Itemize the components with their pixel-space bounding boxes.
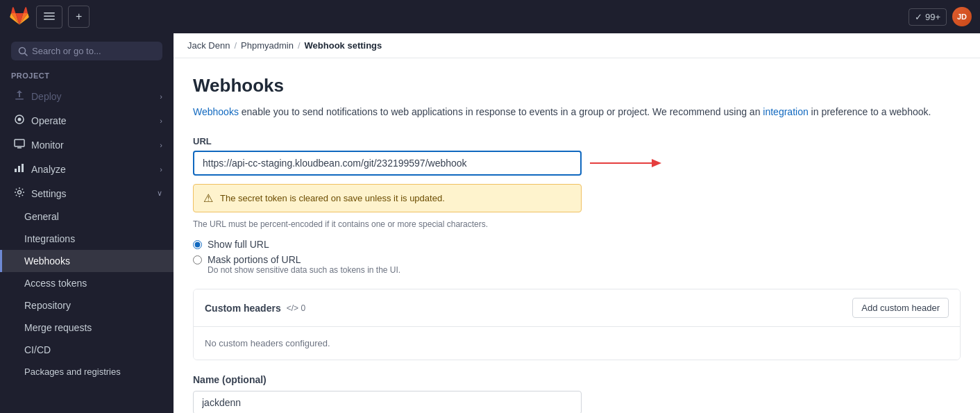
svg-marker-14: [652, 159, 661, 167]
breadcrumb-current: Webhook settings: [305, 40, 382, 51]
chevron-right-icon: ›: [160, 117, 162, 125]
custom-headers-title-row: Custom headers </> 0 Add custom header: [194, 289, 960, 326]
sidebar-item-general[interactable]: General: [0, 205, 174, 228]
sidebar-item-label: Webhooks: [24, 255, 70, 267]
sidebar-item-integrations[interactable]: Integrations: [0, 228, 174, 250]
chevron-down-icon: ∨: [157, 189, 162, 198]
sidebar-item-label: Repository: [24, 300, 71, 311]
sidebar-item-repository[interactable]: Repository: [0, 294, 174, 317]
deploy-icon: [13, 90, 26, 103]
breadcrumb: Jack Denn / Phpmyadmin / Webhook setting…: [174, 33, 980, 58]
operate-icon: [13, 114, 26, 127]
svg-line-4: [25, 53, 28, 56]
svg-rect-0: [44, 12, 55, 14]
top-navigation: + ✓ 99+ JD: [0, 0, 980, 33]
notifications-button[interactable]: ✓ 99+: [909, 8, 947, 26]
monitor-icon: [13, 138, 26, 151]
name-label: Name (optional): [193, 374, 961, 385]
show-full-url-radio[interactable]: [193, 240, 202, 249]
svg-rect-10: [15, 169, 17, 172]
breadcrumb-project: Phpmyadmin: [241, 40, 294, 51]
sidebar-item-label: CI/CD: [24, 344, 51, 355]
custom-headers-section: Custom headers </> 0 Add custom header N…: [193, 289, 961, 360]
new-item-button[interactable]: +: [68, 6, 90, 28]
sidebar-item-operate[interactable]: Operate ›: [0, 108, 174, 133]
url-input[interactable]: [193, 151, 582, 176]
svg-rect-2: [44, 19, 55, 20]
sidebar-item-label: Merge requests: [24, 322, 92, 333]
sidebar-item-packages-registries[interactable]: Packages and registries: [0, 361, 174, 382]
page-title: Webhooks: [193, 75, 961, 96]
page-description: Webhooks enable you to send notification…: [193, 105, 961, 119]
svg-rect-8: [15, 140, 24, 146]
sidebar-item-access-tokens[interactable]: Access tokens: [0, 272, 174, 294]
arrow-head-icon: [652, 157, 661, 169]
mask-url-radio[interactable]: [193, 255, 202, 264]
search-bar[interactable]: Search or go to...: [11, 42, 162, 60]
sidebar-item-label: Packages and registries: [24, 366, 121, 377]
settings-icon: [13, 187, 26, 200]
name-section: Name (optional): [193, 374, 961, 413]
arrow-indicator: [590, 157, 661, 169]
user-avatar[interactable]: JD: [952, 7, 972, 26]
show-full-url-label[interactable]: Show full URL: [208, 239, 269, 250]
sidebar-item-label: Settings: [31, 188, 67, 199]
gitlab-logo: [8, 6, 31, 28]
show-full-url-option: Show full URL: [193, 239, 961, 250]
analyze-icon: [13, 162, 26, 176]
sidebar-toggle-icon: [44, 10, 55, 24]
sidebar: Search or go to... Project Deploy › Oper…: [0, 33, 174, 413]
notification-count: 99+: [925, 12, 940, 22]
sidebar-item-label: Analyze: [31, 164, 66, 175]
sidebar-item-label: Integrations: [24, 233, 75, 244]
sidebar-toggle-button[interactable]: [36, 6, 62, 28]
sidebar-item-label: Deploy: [31, 91, 62, 102]
sidebar-item-label: General: [24, 211, 59, 222]
plus-icon: +: [76, 10, 82, 23]
chevron-right-icon: ›: [160, 165, 162, 174]
custom-headers-title: Custom headers </> 0: [205, 303, 305, 314]
url-hint: The URL must be percent-encoded if it co…: [193, 219, 961, 229]
url-section: URL ⚠ The secret toke: [193, 136, 961, 275]
no-headers-text: No custom headers configured.: [205, 338, 330, 348]
sidebar-item-label: Monitor: [31, 140, 64, 151]
url-visibility-options: Show full URL Mask portions of URL Do no…: [193, 239, 961, 275]
svg-point-7: [18, 118, 22, 121]
sidebar-item-webhooks[interactable]: Webhooks: [0, 250, 174, 272]
main-content: Webhooks Webhooks enable you to send not…: [174, 58, 980, 413]
svg-rect-12: [22, 164, 24, 172]
custom-headers-badge: </> 0: [287, 303, 305, 313]
sidebar-item-deploy[interactable]: Deploy ›: [0, 84, 174, 108]
search-icon: [18, 47, 28, 56]
svg-point-13: [18, 191, 22, 194]
svg-rect-1: [44, 15, 55, 17]
custom-headers-body: No custom headers configured.: [194, 326, 960, 360]
sidebar-item-monitor[interactable]: Monitor ›: [0, 133, 174, 157]
url-label: URL: [193, 136, 961, 146]
mask-url-option: Mask portions of URL Do not show sensiti…: [193, 254, 961, 275]
mask-url-label[interactable]: Mask portions of URL: [208, 254, 301, 265]
warning-icon: ⚠: [203, 192, 213, 205]
sidebar-item-settings[interactable]: Settings ∨: [0, 181, 174, 205]
sidebar-item-merge-requests[interactable]: Merge requests: [0, 317, 174, 339]
webhooks-link[interactable]: Webhooks: [193, 106, 239, 117]
arrow-line: [590, 162, 652, 164]
warning-text: The secret token is cleared on save unle…: [220, 193, 445, 203]
sidebar-item-analyze[interactable]: Analyze ›: [0, 157, 174, 181]
breadcrumb-user: Jack Denn: [187, 40, 230, 51]
breadcrumb-sep2: /: [298, 40, 301, 51]
name-input[interactable]: [193, 391, 582, 413]
search-bar-text: Search or go to...: [32, 46, 101, 56]
warning-box: ⚠ The secret token is cleared on save un…: [193, 184, 582, 212]
chevron-right-icon: ›: [160, 141, 162, 149]
svg-rect-11: [18, 166, 20, 172]
integration-link[interactable]: integration: [763, 106, 808, 117]
sidebar-section-label: Project: [0, 60, 174, 84]
sidebar-item-cicd[interactable]: CI/CD: [0, 339, 174, 361]
check-icon: ✓: [915, 12, 922, 22]
chevron-right-icon: ›: [160, 92, 162, 101]
add-custom-header-button[interactable]: Add custom header: [852, 298, 949, 318]
svg-rect-5: [15, 99, 24, 100]
breadcrumb-sep: /: [234, 40, 237, 51]
url-row: [193, 151, 961, 176]
